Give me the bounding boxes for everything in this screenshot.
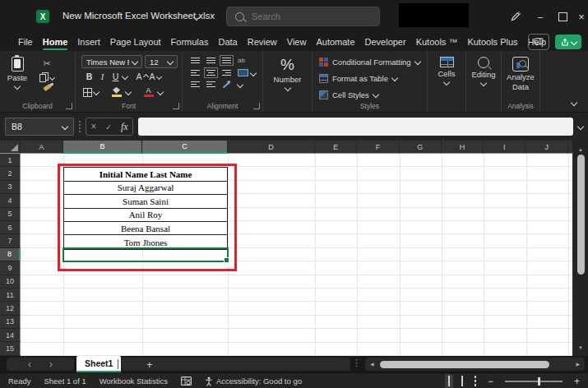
table-row[interactable]: Beena Bansal	[64, 222, 227, 235]
cell-styles-button[interactable]: Cell Styles	[313, 86, 427, 103]
new-sheet-button[interactable]: +	[146, 358, 153, 371]
tab-review[interactable]: Review	[243, 33, 282, 51]
next-sheet-arrow[interactable]: ›	[49, 358, 53, 370]
scroll-up-arrow-icon[interactable]: ▲	[578, 144, 583, 155]
tab-file[interactable]: File	[13, 33, 38, 51]
row-header-14[interactable]: 14	[0, 329, 21, 342]
align-left-icon[interactable]	[191, 70, 200, 76]
row-header-2[interactable]: 2	[0, 167, 21, 180]
vertical-scroll-thumb[interactable]	[577, 155, 585, 275]
normal-view-button[interactable]	[445, 374, 453, 388]
tab-kutools-plus[interactable]: Kutools Plus	[462, 33, 522, 51]
underline-button[interactable]: U	[109, 70, 122, 83]
row-header-8[interactable]: 8	[0, 248, 21, 261]
scroll-left-arrow-icon[interactable]: ◀	[370, 358, 374, 370]
cancel-entry-icon[interactable]: ×	[90, 121, 96, 132]
row-header-15[interactable]: 15	[0, 342, 21, 355]
accessibility-status[interactable]: Accessibility: Good to go	[205, 376, 302, 386]
column-header-D[interactable]: D	[228, 141, 315, 154]
column-header-E[interactable]: E	[315, 141, 357, 154]
row-header-11[interactable]: 11	[0, 289, 21, 302]
decrease-indent-icon[interactable]	[191, 81, 200, 87]
table-row[interactable]: Anil Roy	[64, 209, 227, 222]
align-center-icon[interactable]	[206, 70, 215, 76]
font-size-select[interactable]: 12	[145, 55, 178, 68]
spreadsheet-tool-icon[interactable]	[181, 376, 192, 386]
fill-handle[interactable]	[224, 257, 229, 263]
row-header-5[interactable]: 5	[0, 208, 21, 221]
fill-color-chevron-icon[interactable]	[125, 89, 132, 95]
page-layout-view-button[interactable]	[461, 376, 463, 386]
scroll-right-arrow-icon[interactable]: ▶	[576, 358, 580, 370]
cells-button[interactable]: Cells	[428, 51, 465, 85]
font-color-button[interactable]: A	[142, 85, 155, 99]
zoom-out-button[interactable]: −	[488, 376, 493, 387]
row-header-10[interactable]: 10	[0, 275, 21, 289]
tab-page-layout[interactable]: Page Layout	[105, 33, 166, 51]
shrink-font-button[interactable]: A	[149, 70, 161, 83]
column-header-J[interactable]: J	[525, 141, 567, 154]
row-header-13[interactable]: 13	[0, 316, 21, 329]
workbook-statistics-button[interactable]: Workbook Statistics	[100, 376, 168, 386]
clipboard-dialog-launcher[interactable]	[66, 103, 72, 109]
horizontal-scroll-thumb[interactable]	[380, 361, 549, 368]
align-middle-icon[interactable]	[206, 58, 215, 63]
confirm-entry-icon[interactable]: ✓	[105, 122, 112, 132]
increase-indent-icon[interactable]	[206, 81, 215, 87]
format-painter-icon[interactable]	[43, 84, 51, 91]
bold-button[interactable]: B	[83, 70, 95, 83]
row-header-6[interactable]: 6	[0, 221, 21, 234]
column-header-G[interactable]: G	[400, 141, 442, 154]
align-right-icon[interactable]	[222, 70, 231, 76]
tab-data[interactable]: Data	[213, 33, 242, 51]
alignment-dialog-launcher[interactable]	[253, 103, 260, 109]
name-box[interactable]: B8	[5, 118, 74, 136]
collapse-ribbon-chevron-icon[interactable]	[571, 99, 577, 106]
column-header-A[interactable]: A	[21, 141, 63, 154]
comments-button[interactable]	[528, 34, 549, 50]
row-header-9[interactable]: 9	[0, 261, 21, 275]
expand-formula-bar-chevron-icon[interactable]	[577, 123, 584, 130]
table-row[interactable]: Suman Saini	[64, 195, 227, 208]
minimize-button[interactable]: –	[530, 8, 551, 25]
merge-center-button[interactable]	[238, 69, 256, 76]
page-break-view-button[interactable]	[475, 376, 476, 386]
column-header-B[interactable]: B	[63, 141, 142, 154]
sheet-tab-sheet1[interactable]: Sheet1	[76, 356, 121, 372]
search-box[interactable]	[226, 7, 380, 26]
zoom-slider[interactable]	[505, 381, 563, 382]
column-header-H[interactable]: H	[442, 141, 484, 154]
format-as-table-button[interactable]: Format as Table	[313, 70, 427, 86]
names-table[interactable]: Initial Name Last Name Suraj Aggarwal Su…	[63, 167, 228, 249]
select-all-corner[interactable]	[0, 141, 21, 154]
tabbar-drag-dots-icon[interactable]: ⋮	[352, 358, 361, 368]
tab-automate[interactable]: Automate	[311, 33, 359, 51]
active-cell-selection-B8[interactable]	[63, 247, 229, 262]
row-header-4[interactable]: 4	[0, 194, 21, 207]
close-button[interactable]: ×	[571, 8, 588, 25]
underline-chevron-icon[interactable]	[122, 73, 128, 80]
horizontal-scrollbar[interactable]: ◀ ▶	[365, 358, 585, 371]
cut-scissors-icon[interactable]: ✂	[43, 58, 50, 69]
copy-chevron-icon[interactable]	[49, 74, 55, 80]
tab-formulas[interactable]: Formulas	[166, 33, 214, 51]
copy-icon[interactable]	[39, 72, 49, 82]
conditional-formatting-button[interactable]: Conditional Formatting	[313, 53, 427, 70]
row-header-3[interactable]: 3	[0, 181, 21, 194]
zoom-in-button[interactable]: +	[574, 376, 580, 387]
align-top-icon[interactable]	[191, 58, 200, 63]
share-button[interactable]	[555, 35, 581, 49]
column-header-F[interactable]: F	[357, 141, 399, 154]
scroll-down-arrow-icon[interactable]: ▼	[578, 342, 583, 353]
zoom-slider-knob[interactable]	[538, 377, 540, 386]
orientation-icon[interactable]	[223, 81, 230, 88]
number-format-button[interactable]: % Number	[263, 51, 312, 90]
column-header-I[interactable]: I	[484, 141, 525, 154]
prev-sheet-arrow[interactable]: ‹	[28, 358, 31, 370]
tab-insert[interactable]: Insert	[72, 33, 105, 51]
row-header-12[interactable]: 12	[0, 302, 21, 315]
tab-kutools[interactable]: Kutools ™	[411, 33, 463, 51]
paste-button[interactable]: Paste	[0, 51, 35, 90]
tab-home[interactable]: Home	[38, 33, 73, 51]
orientation-chevron-icon[interactable]	[237, 81, 243, 87]
